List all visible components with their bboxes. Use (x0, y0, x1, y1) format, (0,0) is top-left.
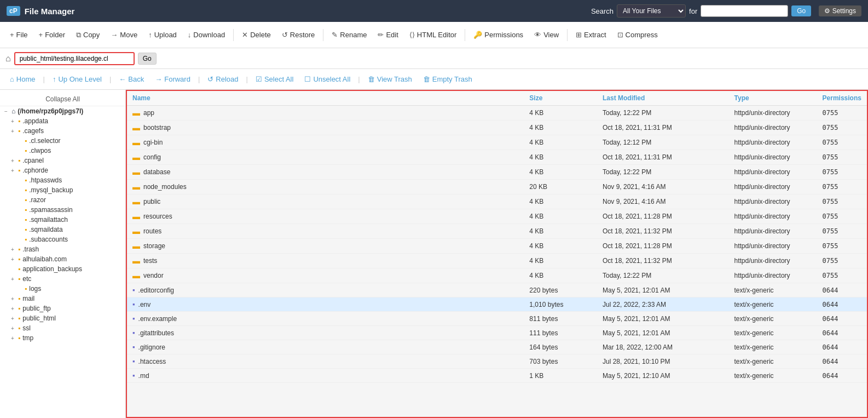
up-one-level-button[interactable]: ↑ Up One Level (48, 73, 106, 85)
sidebar-item[interactable]: +▪.cphorde (0, 165, 125, 175)
compress-button[interactable]: ⊡Compress (613, 28, 662, 41)
search-scope-select[interactable]: All Your Files Current Directory (617, 4, 686, 18)
upload-button[interactable]: ↑Upload (144, 28, 181, 41)
table-row[interactable]: ▬ bootstrap 4 KB Oct 18, 2021, 11:31 PM … (127, 121, 867, 135)
table-row[interactable]: ▪ .gitattributes 111 bytes May 5, 2021, … (127, 326, 867, 340)
sidebar-item[interactable]: +▪public_ftp (0, 304, 125, 313)
collapse-all-button[interactable]: Collapse All (0, 93, 125, 106)
search-input[interactable] (701, 5, 788, 17)
table-row[interactable]: ▪ .gitignore 164 bytes Mar 18, 2022, 12:… (127, 340, 867, 354)
file-name-cell[interactable]: ▬ tests (127, 254, 524, 268)
sidebar-item[interactable]: −⌂(/home/rpz6p0jpgs7l) (0, 106, 125, 116)
sidebar-item[interactable]: ▪.sqmailattach (0, 215, 125, 225)
col-type[interactable]: Type (729, 91, 817, 106)
table-row[interactable]: ▪ .env.example 811 bytes May 5, 2021, 12… (127, 312, 867, 326)
table-row[interactable]: ▬ config 4 KB Oct 18, 2021, 11:31 PM htt… (127, 150, 867, 165)
sidebar-item[interactable]: ▪.razor (0, 195, 125, 205)
home-nav-button[interactable]: ⌂ Home (5, 73, 40, 85)
file-name-cell[interactable]: ▪ .htaccess (127, 354, 524, 369)
file-name-cell[interactable]: ▬ bootstrap (127, 121, 524, 135)
col-size[interactable]: Size (524, 91, 597, 106)
table-row[interactable]: ▬ routes 4 KB Oct 18, 2021, 11:32 PM htt… (127, 224, 867, 239)
file-name-cell[interactable]: ▬ cgi-bin (127, 135, 524, 150)
sidebar-item[interactable]: +▪ssl (0, 323, 125, 333)
file-name-cell[interactable]: ▬ database (127, 165, 524, 180)
path-input[interactable] (14, 52, 135, 65)
table-row[interactable]: ▪ .md 1 KB May 5, 2021, 12:10 AM text/x-… (127, 369, 867, 383)
sidebar-item[interactable]: ▪.htpasswds (0, 175, 125, 185)
table-row[interactable]: ▬ vendor 4 KB Today, 12:22 PM httpd/unix… (127, 268, 867, 283)
table-row[interactable]: ▪ .env 1,010 bytes Jul 22, 2022, 2:33 AM… (127, 297, 867, 312)
table-row[interactable]: ▬ cgi-bin 4 KB Today, 12:12 PM httpd/uni… (127, 135, 867, 150)
file-name-cell[interactable]: ▪ .md (127, 369, 524, 383)
sidebar-item[interactable]: ▪application_backups (0, 264, 125, 274)
col-permissions[interactable]: Permissions (817, 91, 867, 106)
file-name-cell[interactable]: ▪ .gitignore (127, 340, 524, 354)
sidebar-item[interactable]: +▪public_html (0, 313, 125, 323)
copy-button[interactable]: ⧉Copy (72, 28, 104, 42)
forward-button[interactable]: → Forward (151, 73, 195, 85)
file-name-cell[interactable]: ▪ .env.example (127, 312, 524, 326)
sidebar-item[interactable]: +▪.appdata (0, 116, 125, 126)
delete-button[interactable]: ✕Delete (238, 28, 275, 41)
file-name-cell[interactable]: ▪ .editorconfig (127, 283, 524, 297)
file-name-cell[interactable]: ▬ public (127, 194, 524, 209)
sidebar-item[interactable]: +▪tmp (0, 333, 125, 343)
file-name-cell[interactable]: ▬ storage (127, 239, 524, 254)
restore-button[interactable]: ↺Restore (277, 28, 320, 41)
sidebar-item[interactable]: +▪.cagefs (0, 126, 125, 136)
folder-icon: ▪ (18, 255, 20, 263)
sidebar-item[interactable]: +▪.cpanel (0, 156, 125, 165)
file-button[interactable]: +File (5, 28, 32, 41)
sidebar-item[interactable]: ▪.cl.selector (0, 136, 125, 146)
sidebar-item[interactable]: ▪.sqmaildata (0, 225, 125, 234)
path-home-icon[interactable]: ⌂ (5, 54, 11, 64)
folder-button[interactable]: +Folder (34, 28, 70, 41)
download-button[interactable]: ↓Download (183, 28, 229, 41)
table-row[interactable]: ▬ tests 4 KB Oct 18, 2021, 11:32 PM http… (127, 254, 867, 268)
table-row[interactable]: ▬ public 4 KB Nov 9, 2021, 4:16 AM httpd… (127, 194, 867, 209)
file-name-cell[interactable]: ▬ node_modules (127, 180, 524, 194)
reload-button[interactable]: ↺ Reload (203, 73, 242, 85)
table-row[interactable]: ▪ .editorconfig 220 bytes May 5, 2021, 1… (127, 283, 867, 297)
sidebar-item[interactable]: ▪logs (0, 284, 125, 294)
file-name-cell[interactable]: ▬ resources (127, 209, 524, 224)
file-name-cell[interactable]: ▪ .env (127, 297, 524, 312)
file-name-cell[interactable]: ▬ config (127, 150, 524, 165)
sidebar-item[interactable]: ▪.subaccounts (0, 234, 125, 244)
table-row[interactable]: ▪ .htaccess 703 bytes Jul 28, 2021, 10:1… (127, 354, 867, 369)
unselect-all-button[interactable]: ☐ Unselect All (300, 73, 355, 85)
empty-trash-button[interactable]: 🗑 Empty Trash (419, 73, 477, 85)
edit-button[interactable]: ✏Edit (373, 28, 402, 41)
move-button[interactable]: →Move (106, 28, 142, 41)
table-row[interactable]: ▬ resources 4 KB Oct 18, 2021, 11:28 PM … (127, 209, 867, 224)
sidebar-item[interactable]: ▪.clwpos (0, 146, 125, 156)
path-go-button[interactable]: Go (138, 53, 157, 65)
file-name-cell[interactable]: ▪ .gitattributes (127, 326, 524, 340)
sidebar-item[interactable]: ▪.mysql_backup (0, 185, 125, 195)
sidebar-item[interactable]: +▪etc (0, 274, 125, 284)
rename-button[interactable]: ✎Rename (327, 28, 371, 41)
col-name[interactable]: Name (127, 91, 524, 106)
view-trash-button[interactable]: 🗑 View Trash (363, 73, 416, 85)
file-name-cell[interactable]: ▬ app (127, 106, 524, 121)
sidebar-item[interactable]: +▪.trash (0, 244, 125, 254)
search-go-button[interactable]: Go (791, 5, 811, 16)
settings-button[interactable]: ⚙ Settings (819, 5, 861, 16)
file-name-cell[interactable]: ▬ routes (127, 224, 524, 239)
back-button[interactable]: ← Back (114, 73, 148, 85)
select-all-button[interactable]: ☑ Select All (251, 73, 298, 85)
col-last-modified[interactable]: Last Modified (597, 91, 729, 106)
file-name-cell[interactable]: ▬ vendor (127, 268, 524, 283)
permissions-button[interactable]: 🔑Permissions (469, 28, 528, 41)
table-row[interactable]: ▬ node_modules 20 KB Nov 9, 2021, 4:16 A… (127, 180, 867, 194)
html-editor-button[interactable]: ⟨⟩HTML Editor (405, 28, 461, 41)
extract-button[interactable]: ⊞Extract (571, 28, 610, 41)
sidebar-item[interactable]: +▪alhulaibah.com (0, 254, 125, 264)
table-row[interactable]: ▬ database 4 KB Today, 12:22 PM httpd/un… (127, 165, 867, 180)
view-button[interactable]: 👁View (530, 28, 563, 41)
sidebar-item[interactable]: +▪mail (0, 294, 125, 304)
table-row[interactable]: ▬ storage 4 KB Oct 18, 2021, 11:28 PM ht… (127, 239, 867, 254)
table-row[interactable]: ▬ app 4 KB Today, 12:22 PM httpd/unix-di… (127, 106, 867, 121)
sidebar-item[interactable]: ▪.spamassassin (0, 205, 125, 215)
